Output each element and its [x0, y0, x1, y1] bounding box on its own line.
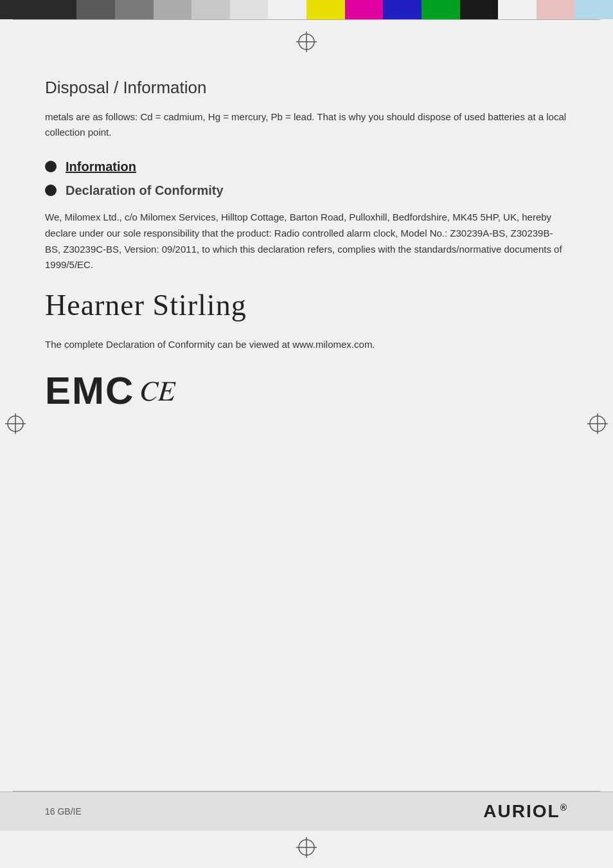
- bottom-reg-mark: [296, 837, 317, 858]
- color-strip: [191, 0, 230, 19]
- emc-label: EMC: [45, 372, 134, 410]
- declaration-label: Declaration of Conformity: [66, 183, 224, 198]
- main-content: Disposal / Information metals are as fol…: [0, 59, 613, 442]
- section-heading: Disposal / Information: [45, 71, 568, 98]
- declaration-section: Declaration of Conformity: [45, 183, 568, 198]
- color-strip: [0, 0, 76, 19]
- bullet-dot-info: [45, 161, 57, 172]
- color-strip: [230, 0, 269, 19]
- top-reg-mark-area: [0, 20, 613, 59]
- top-reg-mark: [296, 32, 317, 52]
- color-strip: [383, 0, 422, 19]
- bottom-reg-mark-area: [0, 831, 613, 868]
- bullet-dot-declaration: [45, 185, 57, 196]
- color-strip: [154, 0, 192, 19]
- color-strip: [574, 0, 613, 19]
- emc-ce-area: EMC 𝐶𝐸: [45, 372, 568, 410]
- signature-area: Hearner Stirling: [45, 287, 568, 323]
- information-label: Information: [66, 159, 136, 174]
- color-strip: [115, 0, 154, 19]
- brand-logo: AURIOL®: [483, 801, 568, 822]
- color-strip: [460, 0, 499, 19]
- color-strip: [76, 0, 115, 19]
- color-bar: [0, 0, 613, 19]
- footer: 16 GB/IE AURIOL®: [0, 791, 613, 831]
- complete-text: The complete Declaration of Conformity c…: [45, 337, 568, 352]
- page-wrapper: Disposal / Information metals are as fol…: [0, 0, 613, 868]
- brand-logo-l: L: [548, 801, 560, 822]
- color-strip: [537, 0, 575, 19]
- brand-registered-mark: ®: [560, 802, 568, 813]
- color-strip: [345, 0, 384, 19]
- intro-text: metals are as follows: Cd = cadmium, Hg …: [45, 109, 568, 140]
- color-strip: [422, 0, 460, 19]
- information-section: Information: [45, 159, 568, 174]
- brand-name-text: AURIO: [483, 801, 547, 821]
- ce-mark: 𝐶𝐸: [139, 377, 175, 405]
- color-strip: [268, 0, 306, 19]
- color-strip: [306, 0, 345, 19]
- page-info: 16 GB/IE: [45, 806, 82, 817]
- signature-text: Hearner Stirling: [45, 289, 247, 321]
- declaration-text: We, Milomex Ltd., c/o Milomex Services, …: [45, 210, 568, 273]
- color-strip: [498, 0, 537, 19]
